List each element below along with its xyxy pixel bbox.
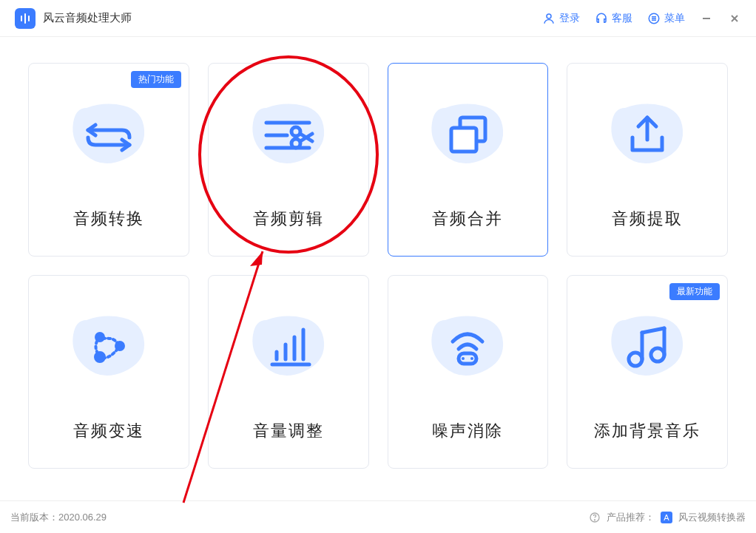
card-noise-remove[interactable]: 噪声消除	[388, 275, 549, 469]
menu-label: 菜单	[664, 12, 685, 25]
card-label: 音频提取	[612, 208, 683, 230]
user-icon	[542, 12, 556, 25]
cut-icon	[244, 89, 333, 178]
close-button[interactable]	[728, 12, 741, 25]
card-label: 添加背景音乐	[594, 420, 701, 442]
menu-button[interactable]: 菜单	[647, 12, 685, 25]
minimize-icon	[701, 13, 712, 24]
card-audio-cut[interactable]: 音频剪辑	[208, 63, 369, 257]
service-button[interactable]: 客服	[595, 12, 632, 25]
main-grid: 热门功能 音频转换	[0, 37, 756, 495]
card-volume-adjust[interactable]: 音量调整	[208, 275, 369, 469]
card-label: 音量调整	[253, 420, 324, 442]
card-audio-convert[interactable]: 热门功能 音频转换	[28, 63, 189, 257]
service-label: 客服	[612, 12, 632, 25]
login-button[interactable]: 登录	[542, 12, 580, 25]
version-value: 2020.06.29	[58, 512, 107, 523]
menu-icon	[647, 12, 661, 25]
promo-product[interactable]: 风云视频转换器	[678, 511, 746, 524]
card-label: 音频变速	[73, 420, 144, 442]
promo-label: 产品推荐：	[607, 511, 655, 524]
login-label: 登录	[559, 12, 580, 25]
card-audio-extract[interactable]: 音频提取	[567, 63, 728, 257]
titlebar: 风云音频处理大师 登录 客服 菜单	[0, 0, 756, 37]
footer-right: 产品推荐： A 风云视频转换器	[589, 511, 746, 524]
noise-icon	[423, 302, 512, 390]
promo-logo-icon: A	[661, 512, 672, 523]
svg-rect-19	[451, 128, 476, 152]
svg-point-38	[594, 519, 595, 520]
svg-point-30	[462, 357, 465, 360]
svg-point-3	[547, 14, 551, 18]
card-add-bgm[interactable]: 最新功能 添加背景音乐	[567, 275, 728, 469]
card-audio-speed[interactable]: 音频变速	[28, 275, 189, 469]
badge-new: 最新功能	[669, 283, 720, 300]
headset-icon	[595, 12, 608, 25]
card-label: 音频合并	[432, 208, 503, 230]
speed-icon	[64, 302, 153, 390]
volume-icon	[244, 302, 333, 390]
app-title: 风云音频处理大师	[43, 11, 132, 25]
card-audio-merge[interactable]: 音频合并	[388, 63, 549, 257]
titlebar-right: 登录 客服 菜单	[542, 12, 741, 25]
badge-hot: 热门功能	[131, 71, 181, 88]
merge-icon	[423, 89, 512, 178]
minimize-button[interactable]	[700, 12, 713, 25]
card-label: 音频转换	[73, 208, 144, 230]
card-label: 音频剪辑	[253, 208, 324, 230]
close-icon	[729, 13, 740, 24]
footer: 当前版本： 2020.06.29 产品推荐： A 风云视频转换器	[0, 500, 756, 533]
help-icon[interactable]	[589, 512, 601, 523]
app-logo-icon	[15, 8, 36, 29]
extract-icon	[603, 89, 692, 178]
svg-point-31	[470, 357, 473, 360]
card-label: 噪声消除	[432, 420, 503, 442]
convert-icon	[64, 89, 153, 178]
version-label: 当前版本：	[10, 511, 58, 524]
music-icon	[603, 302, 692, 390]
